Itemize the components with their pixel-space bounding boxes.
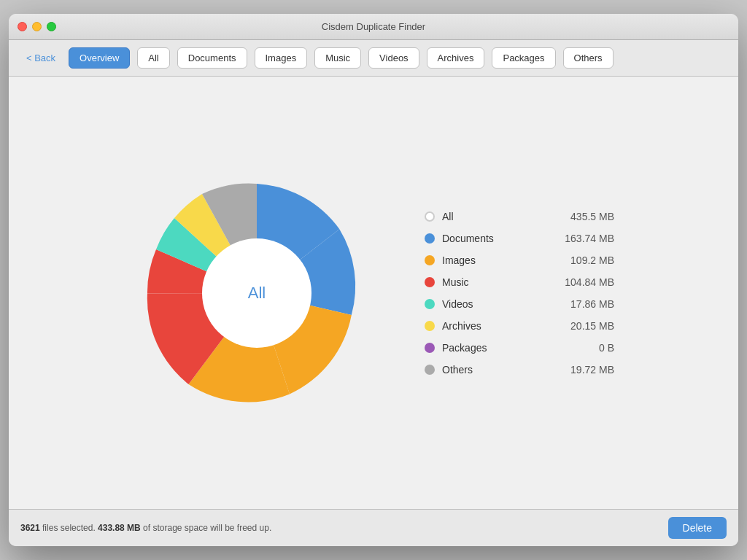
tab-others[interactable]: Others [563,47,614,69]
legend: All 435.5 MB Documents 163.74 MB Images … [425,211,614,376]
legend-item-others: Others 19.72 MB [425,364,614,376]
maximize-button[interactable] [47,22,56,31]
legend-value-archives: 20.15 MB [549,320,614,332]
legend-label-documents: Documents [442,233,541,244]
legend-dot-packages [425,343,435,353]
tab-all[interactable]: All [137,47,169,69]
legend-dot-videos [425,299,435,309]
legend-item-documents: Documents 163.74 MB [425,233,614,244]
chart-center-label: All [202,238,311,348]
legend-value-all: 435.5 MB [549,211,614,222]
legend-dot-images [425,255,435,265]
legend-label-images: Images [442,254,541,266]
traffic-lights [18,22,56,31]
legend-item-all: All 435.5 MB [425,211,614,222]
legend-dot-documents [425,233,435,244]
legend-dot-music [425,277,435,287]
delete-button[interactable]: Delete [668,517,727,539]
freed-size: 433.88 MB [98,523,141,533]
legend-item-music: Music 104.84 MB [425,276,614,288]
legend-label-all: All [442,211,541,222]
legend-item-videos: Videos 17.86 MB [425,298,614,310]
legend-item-archives: Archives 20.15 MB [425,320,614,332]
tab-images[interactable]: Images [255,47,308,69]
main-content: All All 435.5 MB Documents 163.74 MB Ima… [9,77,738,509]
app-window: Cisdem Duplicate Finder < Back Overview … [9,14,738,546]
tab-music[interactable]: Music [314,47,361,69]
legend-item-packages: Packages 0 B [425,342,614,354]
files-count: 3621 [20,523,40,533]
legend-value-videos: 17.86 MB [549,298,614,310]
tab-archives[interactable]: Archives [427,47,485,69]
legend-value-others: 19.72 MB [549,364,614,376]
legend-label-videos: Videos [442,298,541,310]
legend-dot-archives [425,321,435,331]
window-title: Cisdem Duplicate Finder [322,21,425,32]
legend-label-archives: Archives [442,320,541,332]
legend-value-images: 109.2 MB [549,254,614,266]
back-button[interactable]: < Back [20,50,61,66]
legend-item-images: Images 109.2 MB [425,254,614,266]
status-text: 3621 files selected. 433.88 MB of storag… [20,523,271,533]
legend-value-documents: 163.74 MB [549,233,614,244]
tab-overview[interactable]: Overview [69,47,130,69]
legend-value-music: 104.84 MB [549,276,614,288]
legend-label-music: Music [442,276,541,288]
tab-packages[interactable]: Packages [492,47,555,69]
tab-documents[interactable]: Documents [177,47,247,69]
toolbar: < Back Overview All Documents Images Mus… [9,40,738,77]
legend-dot-others [425,365,435,375]
titlebar: Cisdem Duplicate Finder [9,14,738,40]
minimize-button[interactable] [32,22,42,31]
legend-label-packages: Packages [442,342,541,354]
legend-value-packages: 0 B [549,342,614,354]
close-button[interactable] [18,22,27,31]
donut-chart: All [133,169,381,417]
statusbar: 3621 files selected. 433.88 MB of storag… [9,509,738,546]
legend-dot-all [425,211,435,222]
legend-label-others: Others [442,364,541,376]
tab-videos[interactable]: Videos [368,47,419,69]
